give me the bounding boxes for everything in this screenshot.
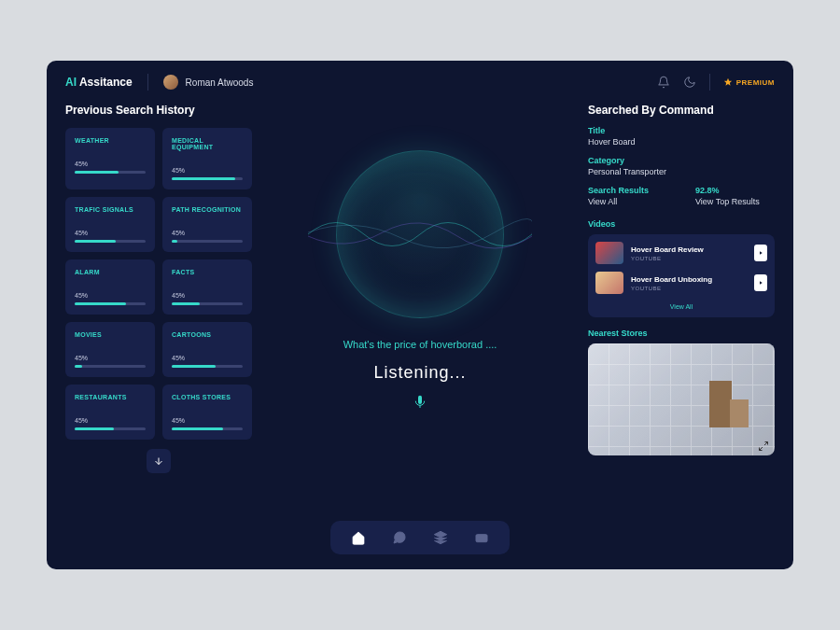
divider <box>709 74 710 91</box>
map-building <box>730 399 749 427</box>
video-list: Hover Board ReviewYOUTUBEHover Board Unb… <box>588 234 775 317</box>
progress-fill <box>172 302 200 305</box>
progress-track <box>75 427 146 430</box>
progress-fill <box>172 365 216 368</box>
header-actions: PREMIUM <box>657 74 775 91</box>
history-label: MOVIES <box>75 331 146 338</box>
video-item[interactable]: Hover Board ReviewYOUTUBE <box>595 242 767 264</box>
user-chip[interactable]: Roman Atwoods <box>163 75 254 90</box>
star-icon <box>723 77 733 87</box>
voice-orb <box>327 141 513 328</box>
history-pct: 45% <box>172 292 243 299</box>
progress-track <box>172 427 243 430</box>
history-pct: 45% <box>75 230 146 236</box>
results-link[interactable]: View All <box>588 197 667 206</box>
nav-chat-icon[interactable] <box>392 530 407 545</box>
history-pct: 45% <box>172 230 243 236</box>
query-text: What's the price of hoverborad .... <box>343 339 497 350</box>
video-title: Hover Board Unboxing <box>631 275 747 284</box>
play-button[interactable] <box>754 245 767 261</box>
video-thumbnail <box>595 242 623 264</box>
username: Roman Atwoods <box>186 77 254 88</box>
video-info: Hover Board ReviewYOUTUBE <box>631 245 747 261</box>
mic-icon[interactable] <box>413 394 427 411</box>
history-grid: WEATHER45%MEDICAL EQUIPMENT45%TRAFIC SIG… <box>65 128 252 440</box>
progress-fill <box>172 427 223 430</box>
stores-section: Nearest Stores <box>588 329 775 455</box>
history-card[interactable]: CARTOONS45% <box>162 322 252 377</box>
history-pct: 45% <box>172 417 243 424</box>
history-pct: 45% <box>172 355 243 361</box>
video-source: YOUTUBE <box>631 286 747 291</box>
history-label: CARTOONS <box>172 331 243 338</box>
results-label: Search Results <box>588 186 667 195</box>
progress-track <box>172 365 243 368</box>
progress-fill <box>75 240 116 243</box>
premium-badge[interactable]: PREMIUM <box>723 77 775 87</box>
progress-fill <box>75 365 82 368</box>
history-card[interactable]: CLOTHS STORES45% <box>162 385 252 440</box>
history-pct: 45% <box>75 417 146 424</box>
app-window: AI Assitance Roman Atwoods PREMIUM Previ… <box>47 61 793 569</box>
progress-track <box>75 365 146 368</box>
top-results-link[interactable]: View Top Results <box>695 197 775 206</box>
arrow-down-icon <box>153 455 164 467</box>
brand-logo: AI Assitance <box>65 76 133 89</box>
history-title: Previous Search History <box>65 104 252 117</box>
history-label: TRAFIC SIGNALS <box>75 206 146 213</box>
video-item[interactable]: Hover Board UnboxingYOUTUBE <box>595 272 767 294</box>
bell-icon[interactable] <box>657 76 670 89</box>
progress-fill <box>172 240 177 243</box>
avatar <box>163 75 178 90</box>
nav-card-icon[interactable] <box>474 530 489 545</box>
moon-icon[interactable] <box>683 76 696 89</box>
progress-fill <box>75 427 114 430</box>
nav-home-icon[interactable] <box>351 530 366 545</box>
title-value: Hover Board <box>588 137 775 147</box>
history-card[interactable]: WEATHER45% <box>65 128 155 189</box>
history-pct: 45% <box>172 167 243 174</box>
history-card[interactable]: ALARM45% <box>65 259 155 315</box>
center-column: What's the price of hoverborad .... List… <box>269 104 571 554</box>
main: Previous Search History WEATHER45%MEDICA… <box>47 104 793 569</box>
progress-track <box>172 177 243 180</box>
history-card[interactable]: MEDICAL EQUIPMENT45% <box>162 128 252 189</box>
history-card[interactable]: FACTS45% <box>162 259 252 315</box>
progress-fill <box>75 302 126 305</box>
results-row: Search Results View All 92.8% View Top R… <box>588 186 775 216</box>
history-card[interactable]: RESTAURANTS45% <box>65 385 155 440</box>
history-label: CLOTHS STORES <box>172 394 243 400</box>
video-info: Hover Board UnboxingYOUTUBE <box>631 275 747 291</box>
progress-fill <box>172 177 235 180</box>
expand-icon[interactable] <box>758 439 769 450</box>
history-card[interactable]: MOVIES45% <box>65 322 155 377</box>
listening-status: Listening... <box>373 363 466 383</box>
history-card[interactable]: PATH RECOGNITION45% <box>162 197 252 252</box>
nav-layers-icon[interactable] <box>433 530 448 545</box>
history-pct: 45% <box>75 161 146 167</box>
category-label: Category <box>588 156 775 165</box>
header: AI Assitance Roman Atwoods PREMIUM <box>47 61 793 104</box>
map-building <box>709 381 732 427</box>
accuracy-label: 92.8% <box>695 186 775 195</box>
divider <box>147 74 148 91</box>
play-button[interactable] <box>754 274 767 291</box>
history-label: PATH RECOGNITION <box>172 206 243 213</box>
bottom-nav <box>330 521 510 554</box>
video-source: YOUTUBE <box>631 256 747 261</box>
videos-label: Videos <box>588 219 775 229</box>
left-column: Previous Search History WEATHER45%MEDICA… <box>65 104 252 554</box>
progress-track <box>75 302 146 305</box>
history-label: WEATHER <box>75 137 146 144</box>
view-all-videos[interactable]: View All <box>595 303 767 310</box>
history-label: MEDICAL EQUIPMENT <box>172 137 243 150</box>
brand-rest: Assitance <box>77 76 133 89</box>
brand-ai: AI <box>65 76 77 89</box>
history-card[interactable]: TRAFIC SIGNALS45% <box>65 197 155 252</box>
progress-track <box>75 240 146 243</box>
stores-label: Nearest Stores <box>588 329 775 338</box>
scroll-down-button[interactable] <box>147 449 171 473</box>
map-thumbnail[interactable] <box>588 343 775 455</box>
video-thumbnail <box>595 272 623 294</box>
category-value: Personal Transporter <box>588 167 775 176</box>
